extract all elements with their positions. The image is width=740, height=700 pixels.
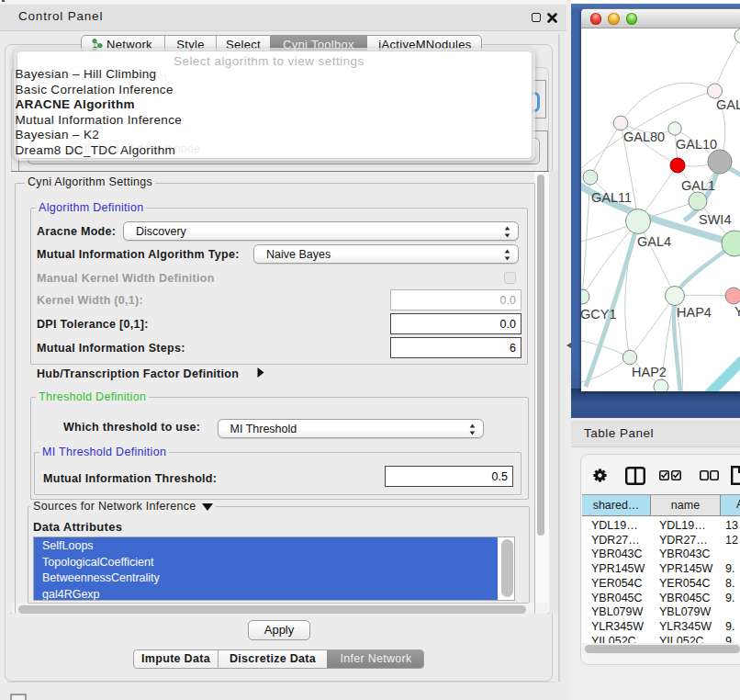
svg-text:GCY1: GCY1 [581,307,617,322]
svg-text:GAL7: GAL7 [716,97,740,112]
svg-text:GAL4: GAL4 [637,234,671,249]
svg-text:GAL80: GAL80 [623,130,665,144]
svg-text:GAL10: GAL10 [676,137,717,152]
svg-text:GAL1: GAL1 [681,178,715,193]
svg-text:HAP2: HAP2 [632,365,667,379]
svg-text:GAL11: GAL11 [591,190,632,205]
svg-text:HAP4: HAP4 [677,305,712,320]
svg-text:SWI4: SWI4 [699,212,731,227]
svg-text:Y: Y [734,304,740,319]
